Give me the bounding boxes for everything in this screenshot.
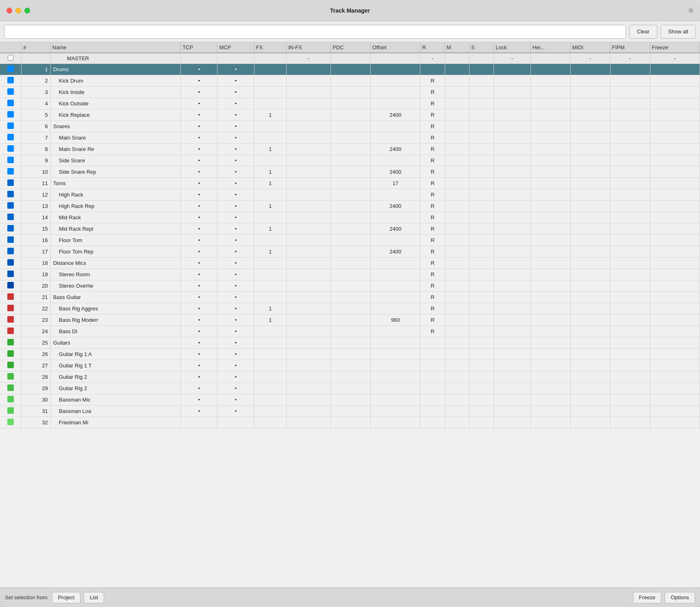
row-midi[interactable] [570,383,610,394]
row-s[interactable] [470,326,494,337]
track-name[interactable]: High Rack [50,189,180,201]
row-infx[interactable] [286,326,330,337]
row-hei[interactable] [530,98,570,109]
row-hei[interactable] [530,121,570,132]
row-m[interactable] [445,155,469,166]
table-row[interactable]: 23Bass Rig Moderr••1960R [0,314,700,326]
row-midi[interactable] [570,246,610,258]
row-s[interactable] [470,371,494,383]
row-hei[interactable] [530,394,570,406]
row-s[interactable] [470,349,494,360]
row-m[interactable] [445,383,469,394]
row-s[interactable] [470,166,494,178]
row-freeze[interactable] [650,371,700,383]
row-offset[interactable] [371,371,420,383]
table-row[interactable]: MASTER------ [0,53,700,64]
row-fipm[interactable] [610,121,650,132]
row-tcp[interactable]: • [180,406,217,417]
row-r[interactable] [420,371,445,383]
row-fx[interactable] [254,132,286,144]
table-row[interactable]: 5Kick Replace••12400R [0,109,700,121]
row-m[interactable] [445,235,469,246]
close-button[interactable] [7,8,12,13]
row-m[interactable] [445,314,469,326]
row-hei[interactable] [530,360,570,371]
row-freeze[interactable] [650,303,700,314]
row-s[interactable] [470,64,494,75]
row-tcp[interactable]: • [180,360,217,371]
row-fx[interactable] [254,406,286,417]
row-mcp[interactable]: • [217,303,254,314]
row-hei[interactable] [530,178,570,189]
row-pdc[interactable] [331,178,371,189]
row-mcp[interactable]: • [217,269,254,280]
clear-button[interactable]: Clear [629,25,657,39]
row-hei[interactable] [530,189,570,201]
track-name[interactable]: Bass Rig Aggres [50,303,180,314]
row-midi[interactable] [570,349,610,360]
row-midi[interactable]: - [570,53,610,64]
row-midi[interactable] [570,337,610,349]
row-m[interactable] [445,53,469,64]
row-s[interactable] [470,201,494,212]
row-fipm[interactable] [610,337,650,349]
row-freeze[interactable] [650,235,700,246]
row-infx[interactable] [286,292,330,303]
row-midi[interactable] [570,303,610,314]
row-fx[interactable] [254,87,286,98]
table-row[interactable]: 8Main Snare Re••12400R [0,144,700,155]
row-fipm[interactable] [610,292,650,303]
row-fx[interactable] [254,360,286,371]
row-hei[interactable] [530,166,570,178]
track-name[interactable]: Snares [50,121,180,132]
row-fx[interactable]: 1 [254,314,286,326]
master-checkbox[interactable] [8,55,13,61]
row-offset[interactable] [371,326,420,337]
row-infx[interactable] [286,87,330,98]
row-s[interactable] [470,337,494,349]
table-row[interactable]: 28Guitar Rig 2•• [0,371,700,383]
row-tcp[interactable]: • [180,371,217,383]
row-mcp[interactable]: • [217,394,254,406]
track-name[interactable]: Main Snare Re [50,144,180,155]
row-fx[interactable] [254,98,286,109]
row-offset[interactable] [371,360,420,371]
table-row[interactable]: 24Bass DI••R [0,326,700,337]
row-midi[interactable] [570,360,610,371]
table-row[interactable]: 20Stereo Overhe••R [0,280,700,292]
row-s[interactable] [470,394,494,406]
row-lock[interactable] [494,201,530,212]
row-fipm[interactable] [610,258,650,269]
table-row[interactable]: 30Bassman Mic•• [0,394,700,406]
row-fipm[interactable] [610,417,650,428]
row-m[interactable] [445,326,469,337]
row-midi[interactable] [570,132,610,144]
table-row[interactable]: 2Kick Drum••R [0,75,700,87]
row-tcp[interactable]: • [180,246,217,258]
row-s[interactable] [470,383,494,394]
row-fipm[interactable] [610,166,650,178]
row-freeze[interactable] [650,360,700,371]
row-lock[interactable] [494,406,530,417]
row-infx[interactable] [286,349,330,360]
row-hei[interactable] [530,292,570,303]
row-offset[interactable] [371,121,420,132]
row-pdc[interactable] [331,394,371,406]
row-fipm[interactable] [610,303,650,314]
row-freeze[interactable] [650,87,700,98]
row-pdc[interactable] [331,98,371,109]
row-infx[interactable] [286,360,330,371]
row-infx[interactable] [286,64,330,75]
row-m[interactable] [445,269,469,280]
row-freeze[interactable] [650,166,700,178]
row-mcp[interactable]: • [217,258,254,269]
row-pdc[interactable] [331,292,371,303]
row-r[interactable] [420,406,445,417]
row-infx[interactable] [286,178,330,189]
row-midi[interactable] [570,314,610,326]
row-fx[interactable]: 1 [254,144,286,155]
row-hei[interactable] [530,87,570,98]
row-fipm[interactable] [610,314,650,326]
minimize-button[interactable] [15,8,21,13]
table-row[interactable]: 10Side Snare Rep••12400R [0,166,700,178]
